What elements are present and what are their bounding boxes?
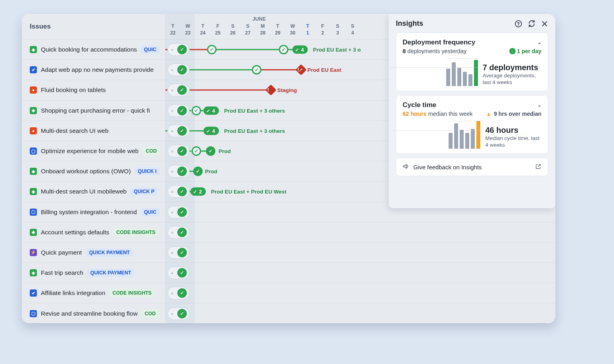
timeline-row[interactable]: ‹: [165, 283, 555, 303]
day-column[interactable]: W23: [180, 23, 196, 36]
issue-badge[interactable]: QUIC: [141, 208, 159, 216]
status-success-icon[interactable]: [177, 146, 187, 156]
day-column[interactable]: F25: [210, 23, 225, 36]
issue-row[interactable]: ✔Affiliate links integrationCODE INSIGHT…: [22, 283, 165, 303]
day-column[interactable]: S26: [225, 23, 240, 36]
external-link-icon[interactable]: [535, 163, 541, 171]
scroll-back-pill[interactable]: ‹: [167, 246, 190, 259]
scroll-back-pill[interactable]: ‹: [167, 43, 190, 56]
scroll-back-pill[interactable]: ‹: [167, 165, 190, 178]
chevron-left-icon[interactable]: ‹: [169, 108, 175, 113]
chevron-left-icon[interactable]: ‹: [169, 290, 175, 296]
deploy-count-pill[interactable]: 4: [203, 106, 219, 115]
help-icon[interactable]: [514, 20, 522, 28]
chevron-left-icon[interactable]: ‹: [169, 270, 175, 276]
status-step-icon[interactable]: [207, 45, 217, 54]
chevron-down-icon[interactable]: ⌄: [537, 40, 541, 45]
status-success-icon[interactable]: [206, 146, 215, 156]
chevron-left-icon[interactable]: ‹: [169, 148, 175, 154]
scroll-back-pill[interactable]: ‹: [167, 185, 190, 198]
chevron-left-icon[interactable]: ‹: [169, 311, 175, 316]
issue-row[interactable]: ◈Account settings defaultsCODE INSIGHTS: [22, 222, 165, 242]
chevron-left-icon[interactable]: ‹: [169, 128, 175, 134]
issue-row[interactable]: ◈Multi-dest search UI mobilewebQUICK P: [22, 181, 165, 201]
status-success-icon[interactable]: [177, 187, 187, 196]
env-label: Prod EU East: [307, 67, 342, 73]
day-column[interactable]: T22: [165, 23, 180, 36]
status-success-icon[interactable]: [177, 85, 187, 95]
chevron-left-icon[interactable]: ‹: [169, 87, 175, 93]
scroll-back-pill[interactable]: ‹: [167, 125, 190, 137]
scroll-back-pill[interactable]: ‹: [167, 266, 190, 279]
status-success-icon[interactable]: [177, 45, 187, 54]
timeline-row[interactable]: ‹: [165, 262, 555, 283]
status-success-icon[interactable]: [177, 65, 187, 75]
status-step-icon[interactable]: [192, 106, 201, 115]
close-icon[interactable]: [541, 20, 548, 27]
cycle-time-card[interactable]: Cycle time ⌄ 62 hours median this week ▲…: [396, 95, 548, 154]
chevron-left-icon[interactable]: ‹: [169, 47, 175, 52]
day-column[interactable]: T29: [270, 23, 285, 36]
day-column[interactable]: S27: [240, 23, 255, 36]
status-success-icon[interactable]: [177, 106, 187, 115]
timeline-row[interactable]: ‹: [165, 242, 555, 262]
bug-icon: ●: [30, 86, 37, 94]
scroll-back-pill[interactable]: ‹: [167, 206, 190, 218]
issue-row[interactable]: ✔Adapt web app no new payments provide: [22, 59, 165, 80]
scroll-back-pill[interactable]: ‹: [167, 63, 190, 76]
scroll-back-pill[interactable]: ‹: [167, 226, 190, 239]
issue-row[interactable]: ⚡Quick paymentQUICK PAYMENT: [22, 242, 165, 262]
day-column[interactable]: F2: [315, 23, 330, 36]
chevron-left-icon[interactable]: ‹: [169, 250, 175, 255]
scroll-back-pill[interactable]: ‹: [167, 84, 190, 96]
deployment-frequency-card[interactable]: Deployment frequency ⌄ 8 deployments yes…: [396, 33, 548, 91]
chevron-left-icon[interactable]: ‹: [169, 209, 175, 215]
chevron-left-icon[interactable]: ‹: [169, 189, 175, 194]
timeline-row[interactable]: ‹: [165, 303, 555, 323]
issue-row[interactable]: ▢Optimize experience for mobile webCOD: [22, 141, 165, 161]
day-column[interactable]: M28: [255, 23, 271, 36]
day-column[interactable]: T1: [300, 23, 315, 36]
issue-badge[interactable]: QUICK PAYMENT: [87, 269, 134, 277]
scroll-back-pill[interactable]: ‹: [167, 104, 190, 117]
day-column[interactable]: S3: [330, 23, 345, 36]
issue-badge[interactable]: QUIC: [141, 46, 159, 54]
status-success-icon[interactable]: [177, 126, 187, 136]
issue-row[interactable]: ▢Revise and streamline booking flowCOD: [22, 303, 165, 323]
day-column[interactable]: T24: [196, 23, 211, 36]
issue-row[interactable]: ▢Billing system integration - frontendQU…: [22, 202, 165, 222]
scroll-back-pill[interactable]: ‹: [167, 287, 190, 299]
scroll-back-pill[interactable]: ‹: [167, 307, 190, 320]
chevron-left-icon[interactable]: ‹: [169, 67, 175, 73]
scroll-back-pill[interactable]: ‹: [167, 145, 190, 157]
refresh-icon[interactable]: [528, 20, 535, 27]
deploy-count-pill[interactable]: 2: [190, 188, 206, 196]
issue-badge[interactable]: COD: [142, 147, 160, 155]
status-success-icon[interactable]: [193, 167, 203, 176]
chevron-left-icon[interactable]: ‹: [169, 169, 175, 174]
status-step-icon[interactable]: [252, 65, 261, 75]
issue-badge[interactable]: CODE INSIGHTS: [109, 289, 155, 297]
issue-badge[interactable]: QUICK PAYMENT: [86, 249, 133, 257]
day-column[interactable]: S4: [345, 23, 360, 36]
issue-row[interactable]: ◈Onboard workout options (OWO)QUICK I: [22, 161, 165, 181]
issue-badge[interactable]: QUICK I: [135, 167, 160, 175]
status-success-icon[interactable]: [177, 167, 187, 176]
issue-row[interactable]: ◈Fast trip searchQUICK PAYMENT: [22, 262, 165, 283]
issue-badge[interactable]: COD: [142, 310, 159, 318]
chevron-left-icon[interactable]: ‹: [169, 230, 175, 235]
status-step-icon[interactable]: [192, 146, 201, 156]
day-column[interactable]: W30: [285, 23, 300, 36]
status-step-icon[interactable]: [279, 45, 288, 54]
issue-badge[interactable]: CODE INSIGHTS: [113, 228, 159, 236]
timeline-row[interactable]: ‹: [165, 222, 555, 242]
issue-row[interactable]: ●Fluid booking on tablets: [22, 80, 165, 100]
issue-badge[interactable]: QUICK P: [130, 188, 157, 195]
issue-row[interactable]: ◈Shopping cart purchasing error - quick …: [22, 100, 165, 121]
deploy-count-pill[interactable]: 4: [203, 126, 219, 135]
issue-row[interactable]: ◈Quick booking for accommodationsQUIC: [22, 39, 165, 59]
feedback-link[interactable]: Give feedback on Insights: [396, 158, 548, 176]
issue-row[interactable]: ●Multi-dest search UI web: [22, 121, 165, 141]
deploy-count-pill[interactable]: 4: [292, 46, 308, 54]
chevron-down-icon[interactable]: ⌄: [537, 102, 541, 108]
